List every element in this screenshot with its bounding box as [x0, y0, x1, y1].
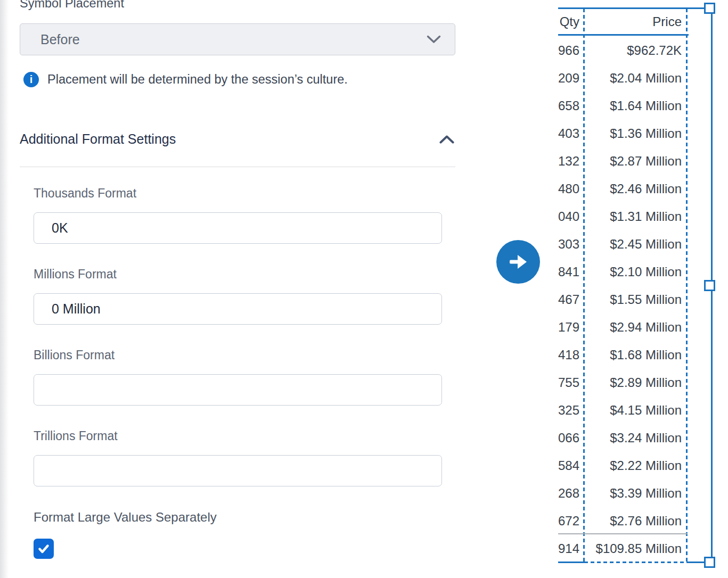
price-cell[interactable]: $1.64 Million: [584, 98, 688, 113]
qty-cell[interactable]: 040: [557, 209, 584, 224]
price-cell[interactable]: $2.10 Million: [584, 265, 688, 279]
table-row: 209 $2.04 Million: [557, 64, 688, 92]
table-row: 480 $2.46 Million: [557, 175, 688, 203]
price-column-selection-right-dash: [686, 9, 688, 563]
info-text: Placement will be determined by the sess…: [47, 72, 348, 87]
symbol-placement-label: Symbol Placement: [20, 0, 124, 11]
qty-cell[interactable]: 325: [557, 403, 584, 418]
format-large-values-checkbox[interactable]: [34, 539, 54, 559]
qty-cell[interactable]: 132: [557, 154, 584, 169]
table-row: 179 $2.94 Million: [557, 313, 688, 341]
price-cell[interactable]: $2.87 Million: [584, 154, 688, 169]
trillions-format-label: Trillions Format: [34, 429, 118, 443]
table-row: 066 $3.24 Million: [557, 424, 688, 452]
price-cell[interactable]: $2.46 Million: [584, 181, 688, 196]
apply-format-button[interactable]: [496, 240, 540, 284]
qty-cell[interactable]: 303: [557, 237, 584, 252]
price-column-selection-left-dash: [583, 9, 585, 563]
qty-cell[interactable]: 966: [557, 43, 584, 58]
selection-handle-top-right[interactable]: [704, 3, 715, 14]
price-column-selection-bottom-dash: [584, 562, 687, 563]
table-row: 268 $3.39 Million: [557, 480, 688, 507]
billions-format-input[interactable]: [34, 374, 442, 406]
millions-format-label: Millions Format: [34, 267, 117, 282]
price-cell[interactable]: $109.85 Million: [584, 541, 688, 556]
price-cell[interactable]: $3.39 Million: [584, 486, 688, 501]
price-cell[interactable]: $4.15 Million: [584, 403, 688, 418]
price-cell[interactable]: $2.89 Million: [584, 375, 688, 390]
chevron-down-icon: [427, 35, 441, 44]
qty-cell[interactable]: 467: [557, 292, 584, 307]
selection-handle-middle-right[interactable]: [704, 280, 715, 291]
price-cell[interactable]: $2.45 Million: [584, 237, 688, 252]
selection-top-line: [558, 7, 704, 9]
selection-bottom-line-left: [558, 562, 584, 563]
table-row: 040 $1.31 Million: [557, 203, 688, 230]
qty-cell[interactable]: 418: [557, 348, 584, 362]
qty-cell[interactable]: 480: [557, 181, 584, 196]
qty-cell[interactable]: 658: [557, 98, 584, 113]
price-cell[interactable]: $1.55 Million: [584, 292, 688, 307]
preview-table-header: Qty Price: [557, 9, 688, 35]
qty-cell[interactable]: 179: [557, 320, 584, 335]
qty-cell[interactable]: 841: [557, 265, 584, 279]
header-underline: [558, 34, 689, 36]
info-icon: i: [23, 72, 39, 87]
table-row: 403 $1.36 Million: [557, 120, 688, 147]
chevron-up-icon[interactable]: [438, 134, 455, 145]
price-column-header[interactable]: Price: [584, 14, 688, 29]
thousands-format-input[interactable]: [34, 212, 442, 244]
price-cell[interactable]: $1.31 Million: [584, 209, 688, 224]
billions-format-label: Billions Format: [34, 348, 114, 362]
section-divider: [20, 167, 455, 167]
table-row: 303 $2.45 Million: [557, 230, 688, 258]
millions-format-input[interactable]: [34, 293, 442, 325]
price-cell[interactable]: $3.24 Million: [584, 431, 688, 445]
table-row: 966 $962.72K: [557, 37, 688, 64]
preview-table: Qty Price 966 $962.72K 209 $2.04 Million…: [557, 0, 689, 578]
checkmark-icon: [37, 543, 50, 555]
qty-cell[interactable]: 672: [557, 514, 584, 529]
qty-column-header[interactable]: Qty: [557, 14, 584, 29]
price-cell[interactable]: $2.22 Million: [584, 458, 688, 473]
table-row: 418 $1.68 Million: [557, 341, 688, 369]
thousands-format-label: Thousands Format: [34, 186, 136, 201]
table-row: 755 $2.89 Million: [557, 369, 688, 397]
price-cell[interactable]: $962.72K: [584, 43, 688, 58]
additional-format-settings-header[interactable]: Additional Format Settings: [20, 131, 455, 147]
placement-info-note: i Placement will be determined by the se…: [23, 72, 348, 87]
total-row-separator: [558, 533, 688, 534]
qty-cell[interactable]: 755: [557, 375, 584, 390]
price-cell[interactable]: $2.76 Million: [584, 514, 688, 529]
arrow-right-icon: [507, 252, 529, 271]
table-row: 467 $1.55 Million: [557, 286, 688, 313]
qty-cell[interactable]: 209: [557, 71, 584, 86]
qty-cell[interactable]: 403: [557, 126, 584, 141]
table-row: 658 $1.64 Million: [557, 92, 688, 120]
table-total-row: 914 $109.85 Million: [557, 535, 688, 563]
format-large-values-label: Format Large Values Separately: [34, 510, 217, 525]
qty-cell[interactable]: 584: [557, 458, 584, 473]
selection-bottom-line-right: [687, 562, 704, 563]
table-row: 132 $2.87 Million: [557, 147, 688, 175]
symbol-placement-select[interactable]: Before: [20, 23, 455, 55]
preview-table-rows: 966 $962.72K 209 $2.04 Million 658 $1.64…: [557, 37, 688, 563]
price-cell[interactable]: $1.36 Million: [584, 126, 688, 141]
table-row: 672 $2.76 Million: [557, 507, 688, 535]
table-row: 584 $2.22 Million: [557, 452, 688, 480]
price-cell[interactable]: $2.04 Million: [584, 71, 688, 86]
table-row: 841 $2.10 Million: [557, 258, 688, 286]
qty-cell[interactable]: 066: [557, 431, 584, 445]
symbol-placement-value: Before: [40, 32, 80, 47]
qty-cell[interactable]: 914: [557, 541, 584, 556]
trillions-format-input[interactable]: [34, 455, 442, 486]
price-cell[interactable]: $1.68 Million: [584, 348, 688, 362]
table-row: 325 $4.15 Million: [557, 397, 688, 424]
section-title: Additional Format Settings: [20, 131, 176, 147]
qty-cell[interactable]: 268: [557, 486, 584, 501]
price-cell[interactable]: $2.94 Million: [584, 320, 688, 335]
selection-handle-bottom-right[interactable]: [704, 557, 715, 568]
panel-edge-shadow: [0, 0, 9, 578]
